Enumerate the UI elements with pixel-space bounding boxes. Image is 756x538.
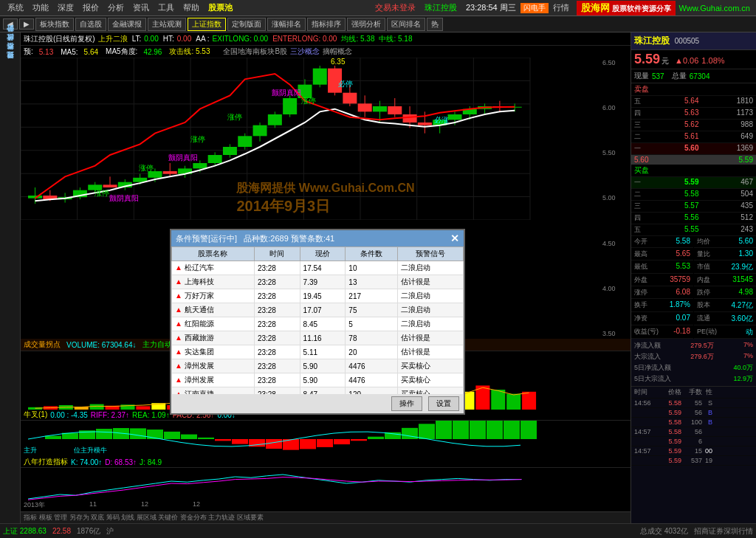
indicator2-info: 八年打造指标 K: 74.00↑ D: 68.53↑ J: 84.9: [21, 457, 630, 467]
tb2-qiangruo[interactable]: 强弱分析: [347, 18, 385, 31]
popup-dialog: 条件预警[运行中] 品种数:2689 预警条数:41 ✕ 股票名称 时间 现价 …: [170, 229, 465, 415]
sidebar-caiwu[interactable]: 财务透视: [4, 62, 17, 68]
popup-row-arrow: ▲ 松辽汽车: [172, 261, 255, 275]
indicator2-area[interactable]: 2013年 11 12 12: [21, 467, 630, 511]
tb2-bankuai[interactable]: 板块指数: [35, 18, 74, 31]
popup-col-price: 现价: [300, 247, 346, 261]
tb2-zixuan[interactable]: 自选股: [75, 18, 106, 31]
menu-system[interactable]: 系统: [3, 2, 28, 13]
popup-table-row[interactable]: ▲ 航天通信23:2817.0775二浪启动: [172, 303, 464, 317]
popup-col-time: 时间: [254, 247, 300, 261]
ind1-label: 牛叉(1): [24, 410, 47, 420]
popup-footer: 操作 设置: [171, 394, 464, 413]
chart-ht-label: HT:: [163, 35, 174, 43]
sd-low: 最低 5.53: [631, 261, 693, 274]
popup-operate-btn[interactable]: 操作: [391, 396, 422, 411]
ask-row-2: 二 5.61 649: [631, 131, 756, 143]
menu-quote[interactable]: 报价: [78, 2, 103, 13]
bottom-indicator-bar: 指标 模板 管理 另存为 双底 筹码 划线 展区域 关键价 资金分布 主力轨迹 …: [21, 511, 630, 523]
popup-table-row[interactable]: ▲ 万好万家23:2819.45217二浪启动: [172, 289, 464, 303]
menu-tools[interactable]: 工具: [154, 2, 179, 13]
sb-sh-change: 22.58: [52, 527, 71, 535]
popup-row-price: 17.54: [300, 261, 346, 275]
price-change: ▲0.06: [675, 56, 698, 65]
menu-time: 23:28:54 周三: [461, 2, 520, 13]
sidebar-jishu[interactable]: 技术分析: [4, 44, 17, 50]
menu-market[interactable]: 行情: [549, 2, 574, 13]
popup-table-row[interactable]: ▲ 江南嘉捷23:288.47120买卖核心: [172, 387, 464, 395]
popup-row-time: 23:28: [254, 261, 300, 275]
popup-row-arrow: ▲ 江南嘉捷: [172, 387, 255, 395]
tb2-qujian[interactable]: 区间排名: [387, 18, 425, 31]
menu-depth[interactable]: 深度: [53, 2, 78, 13]
flash-button[interactable]: 闪电手: [520, 3, 549, 13]
tb2-jinrong[interactable]: 金融课报: [108, 18, 146, 31]
popup-table-row[interactable]: ▲ 漳州发展23:285.904476买卖核心: [172, 373, 464, 387]
ma5angle-val: 42.96: [143, 48, 162, 56]
tag-1: 三沙概念: [290, 46, 320, 57]
tb2-navigation-prev[interactable]: ◀: [3, 18, 18, 30]
menu-stockpool[interactable]: 股票池: [204, 2, 237, 13]
indicator1-area[interactable]: 主升 位主升模牛: [21, 420, 630, 457]
ts-row-4: 5.59 6: [631, 437, 756, 446]
volume-val: VOLUME: 67304.64↓: [66, 341, 137, 349]
menu-trade-login[interactable]: 交易未登录: [371, 2, 420, 13]
popup-row-signal: 二浪启动: [398, 289, 464, 303]
popup-table-row[interactable]: ▲ 漳州发展23:285.904476买卖核心: [172, 359, 464, 373]
flow-row-2: 大宗流入 279.6万 7%: [634, 351, 753, 362]
sidebar-fenshi[interactable]: 分时走势: [4, 35, 17, 41]
ts-row-0: 14:56 5.58 55 S: [631, 399, 756, 408]
tb2-zhibiao[interactable]: 指标排序: [307, 18, 346, 31]
popup-table-row[interactable]: ▲ 松辽汽车23:2817.5410二浪启动: [172, 261, 464, 275]
tb2-navigation-next[interactable]: ▶: [19, 18, 34, 30]
tb2-zhuzhan[interactable]: 主站观测: [148, 18, 186, 31]
popup-table-row[interactable]: ▲ 实达集团23:285.1120估计很是: [172, 345, 464, 359]
sell-label-row: 卖盘: [631, 83, 756, 96]
popup-row-count: 4476: [346, 373, 398, 387]
menu-help[interactable]: 帮助: [179, 2, 204, 13]
sb-sz: 沪: [106, 526, 114, 537]
time-sales: 时间 价格 手数 性 14:56 5.58 55 S 5.59 56 B 5.5…: [631, 387, 756, 523]
sd-netcap: 净资 0.07: [631, 313, 693, 325]
sidebar-jiben[interactable]: 基本资料: [4, 53, 17, 59]
chart-lt-val: 0.00: [144, 35, 158, 43]
chart-aa-label: AA :: [196, 35, 209, 43]
tb2-hot[interactable]: 热: [427, 18, 443, 31]
stock-name: 珠江控股: [634, 35, 670, 46]
flow-section: 净流入额 279.5万 7% 大宗流入 279.6万 7% 5日净流入额 40.…: [631, 339, 756, 387]
flow-row-3: 5日净流入额 40.0万: [634, 362, 753, 373]
popup-table-container[interactable]: 股票名称 时间 现价 条件数 预警信号 ▲ 松辽汽车23:2817.5410二浪…: [171, 246, 464, 394]
popup-row-signal: 估计很是: [398, 345, 464, 359]
ind1-riff: RIFF: 2.37↑: [91, 411, 129, 419]
popup-table-row[interactable]: ▲ 西藏旅游23:2811.1678估计很是: [172, 331, 464, 345]
popup-col-signal: 预警信号: [398, 247, 464, 261]
chart-stock-name: 珠江控股(日线前复权): [24, 34, 95, 44]
popup-row-time: 23:28: [254, 359, 300, 373]
tb2-dingzhi[interactable]: 定制版面: [227, 18, 266, 31]
popup-row-count: 75: [346, 303, 398, 317]
tb2-shangzheng[interactable]: 上证指数: [188, 18, 226, 31]
flow-row-1: 净流入额 279.5万 7%: [634, 340, 753, 351]
popup-table-row[interactable]: ▲ 上海科技23:287.3913估计很是: [172, 275, 464, 289]
sd-turnover: 换手 1.87%: [631, 300, 693, 312]
popup-row-count: 78: [346, 331, 398, 345]
spread-row: 5.60 5.59: [631, 155, 756, 165]
sd-inflow: 内盘 31545: [694, 275, 756, 286]
popup-row-signal: 二浪启动: [398, 317, 464, 331]
menu-analysis[interactable]: 分析: [103, 2, 128, 13]
buy-label-row: 买盘: [631, 165, 756, 177]
popup-settings-btn[interactable]: 设置: [428, 396, 459, 411]
status-bar: 上证 2288.63 22.58 1876亿 沪 总成交 4032亿 招商证券深…: [0, 523, 756, 538]
popup-table-row[interactable]: ▲ 红阳能源23:288.455二浪启动: [172, 317, 464, 331]
popup-close-button[interactable]: ✕: [450, 232, 459, 244]
sd-limitdown: 跌停 4.98: [694, 287, 756, 299]
popup-row-time: 23:28: [254, 345, 300, 359]
sd-circulation: 流通 3.60亿: [694, 313, 756, 325]
menu-info[interactable]: 资讯: [128, 2, 154, 13]
menu-stock-link[interactable]: 珠江控股: [420, 2, 461, 13]
sd-open: 今开 5.58: [631, 236, 693, 248]
popup-row-arrow: ▲ 航天通信: [172, 303, 255, 317]
tb2-zhangfu[interactable]: 涨幅排名: [267, 18, 306, 31]
menu-function[interactable]: 功能: [28, 2, 53, 13]
ts-header: 时间 价格 手数 性: [631, 387, 756, 399]
